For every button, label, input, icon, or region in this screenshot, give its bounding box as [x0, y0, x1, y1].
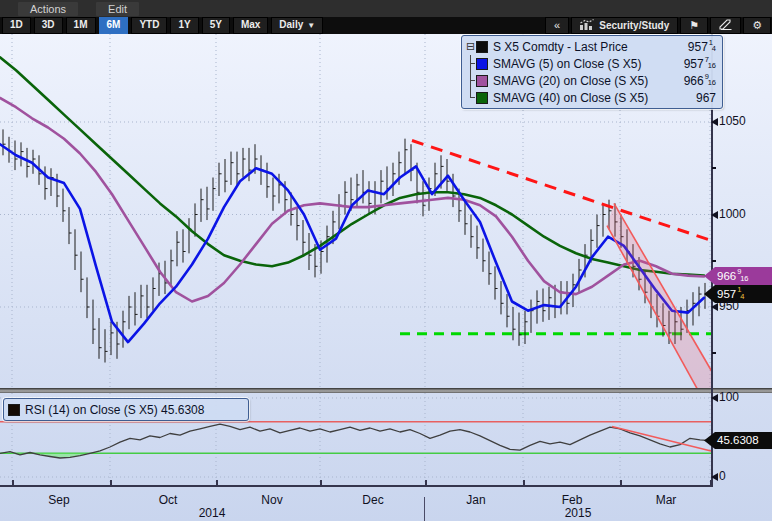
- year-divider-line: [424, 497, 425, 521]
- legend-row-sma5[interactable]: SMAVG (5) on Close (S X5) 957716: [466, 55, 716, 72]
- x-axis-tick: [620, 480, 622, 485]
- price-minor-tick: [712, 260, 716, 262]
- price-axis-label: 1050: [719, 114, 746, 128]
- legend-label: SMAVG (20) on Close (S X5): [493, 74, 648, 88]
- chevrons-left-icon: «: [554, 19, 560, 32]
- chevron-down-icon: ▼: [307, 21, 315, 30]
- legend-value: 967: [696, 91, 716, 105]
- settings-button[interactable]: ⚙: [743, 17, 771, 34]
- x-axis-month-label: Dec: [362, 493, 383, 507]
- price-tick-arrow: [711, 211, 718, 219]
- security-study-label: Security/Study: [599, 19, 669, 32]
- actions-menu[interactable]: Actions: [18, 2, 78, 16]
- legend-value: 95714: [688, 40, 716, 54]
- series-swatch-rsi: [8, 404, 20, 416]
- x-axis-month-label: Jan: [466, 493, 485, 507]
- series-swatch-sma40: [476, 92, 488, 104]
- x-axis-month-label: Feb: [562, 493, 583, 507]
- rsi-axis-label: 0: [719, 469, 726, 483]
- x-axis-year-label: 2014: [199, 506, 226, 520]
- x-axis-tick: [216, 480, 218, 485]
- tree-branch: [466, 72, 476, 89]
- x-axis-line: [0, 485, 713, 487]
- range-button-max[interactable]: Max: [233, 17, 268, 34]
- bloomberg-chart-window: Actions Edit 1D 3D 1M 6M YTD 1Y 5Y Max D…: [0, 0, 772, 521]
- legend-row-sma40[interactable]: SMAVG (40) on Close (S X5) 967: [466, 89, 716, 106]
- price-axis-label: 1000: [719, 207, 746, 221]
- chart-icon: [580, 19, 594, 33]
- rsi-legend: RSI (14) on Close (S X5) 45.6308: [3, 398, 249, 421]
- price-tick-arrow: [711, 303, 718, 311]
- tree-branch: [466, 89, 476, 106]
- x-axis-tick: [425, 480, 427, 485]
- legend-label: SMAVG (5) on Close (S X5): [493, 57, 642, 71]
- legend-value: 957716: [684, 57, 716, 71]
- tree-collapse-icon[interactable]: ⊟: [466, 40, 476, 53]
- x-axis-month-label: Sep: [48, 493, 69, 507]
- legend-value: 966916: [684, 74, 716, 88]
- edit-menu[interactable]: Edit: [96, 2, 139, 16]
- period-label: Daily: [279, 19, 303, 30]
- x-axis-tick: [710, 480, 712, 485]
- x-axis-month-label: Oct: [159, 493, 178, 507]
- rsi-tick-arrow: [711, 394, 718, 402]
- range-button-3d[interactable]: 3D: [34, 17, 63, 34]
- annotate-button[interactable]: [710, 17, 741, 34]
- series-swatch-sma20: [476, 75, 488, 87]
- flag-icon: ⚑: [689, 19, 699, 32]
- legend-row-rsi[interactable]: RSI (14) on Close (S X5) 45.6308: [8, 401, 242, 418]
- legend-label: RSI (14) on Close (S X5): [25, 403, 158, 417]
- legend-row-sma20[interactable]: SMAVG (20) on Close (S X5) 966916: [466, 72, 716, 89]
- period-dropdown[interactable]: Daily▼: [271, 17, 323, 34]
- x-axis-tick: [523, 480, 525, 485]
- legend-label: SMAVG (40) on Close (S X5): [493, 91, 648, 105]
- series-swatch-last-price: [476, 41, 488, 53]
- tree-branch: [466, 55, 476, 72]
- range-button-1y[interactable]: 1Y: [170, 17, 198, 34]
- price-axis-label: 950: [719, 299, 739, 313]
- security-study-button[interactable]: Security/Study: [571, 17, 678, 34]
- x-axis-year-label: 2015: [565, 506, 592, 520]
- sma20-price-badge: 966916: [704, 267, 772, 285]
- range-button-1d[interactable]: 1D: [2, 17, 31, 34]
- legend-value: 45.6308: [161, 403, 204, 417]
- range-button-1m[interactable]: 1M: [66, 17, 96, 34]
- chart-toolbar: 1D 3D 1M 6M YTD 1Y 5Y Max Daily▼ « Secur…: [0, 17, 772, 34]
- x-axis-tick: [110, 480, 112, 485]
- chart-area: ⊟ S X5 Comdty - Last Price 95714 SMAVG (…: [0, 34, 772, 521]
- x-axis-tick: [12, 480, 14, 485]
- range-button-5y[interactable]: 5Y: [202, 17, 230, 34]
- collapse-button[interactable]: «: [545, 17, 569, 34]
- rsi-value-badge: 45.6308: [704, 432, 772, 449]
- pencil-icon: [719, 19, 732, 33]
- flag-button[interactable]: ⚑: [680, 17, 708, 34]
- gear-icon: ⚙: [752, 19, 762, 32]
- range-button-ytd[interactable]: YTD: [131, 17, 167, 34]
- rsi-axis-label: 100: [719, 390, 739, 404]
- price-minor-tick: [712, 167, 716, 169]
- series-swatch-sma5: [476, 58, 488, 70]
- price-legend: ⊟ S X5 Comdty - Last Price 95714 SMAVG (…: [461, 35, 723, 109]
- legend-label: S X5 Comdty - Last Price: [493, 40, 628, 54]
- x-axis-month-label: Nov: [261, 493, 282, 507]
- x-axis-tick: [320, 480, 322, 485]
- menu-bar: Actions Edit: [0, 0, 772, 17]
- rsi-tick-arrow: [711, 473, 718, 481]
- x-axis-month-label: Mar: [656, 493, 677, 507]
- range-button-6m-active[interactable]: 6M: [99, 17, 129, 34]
- price-minor-tick: [712, 352, 716, 354]
- price-tick-arrow: [711, 118, 718, 126]
- legend-row-last-price[interactable]: ⊟ S X5 Comdty - Last Price 95714: [466, 38, 716, 55]
